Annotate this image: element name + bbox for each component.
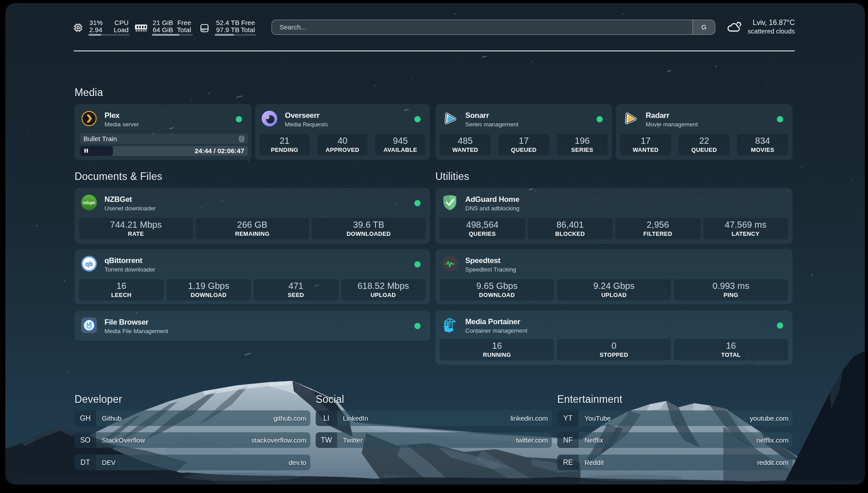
svg-text:nzbget: nzbget bbox=[83, 201, 95, 205]
svg-text:qb: qb bbox=[85, 260, 93, 267]
